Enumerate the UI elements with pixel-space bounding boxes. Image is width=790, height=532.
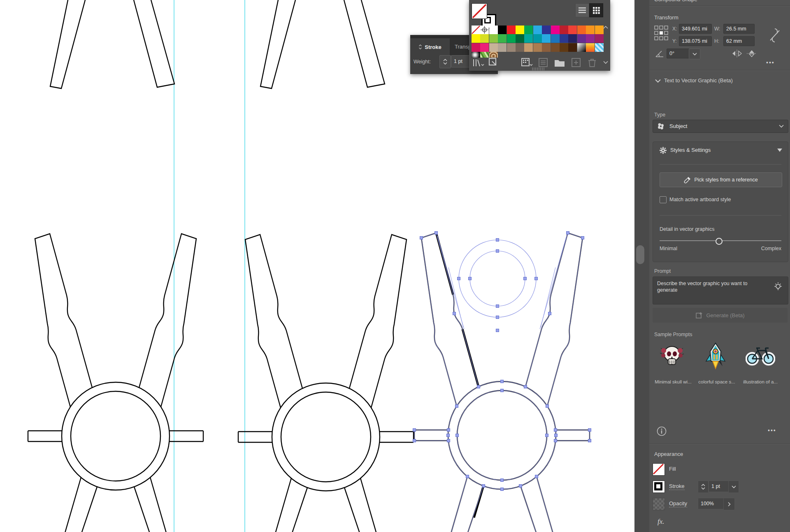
rotate-dropdown[interactable] [689,49,700,59]
anchor-point[interactable] [455,405,458,408]
color-swatch[interactable] [489,34,498,43]
color-swatch[interactable] [507,26,516,34]
anchor-point[interactable] [496,250,499,253]
color-swatch[interactable] [595,26,604,34]
swatch-kinds-icon[interactable] [521,58,533,67]
suggestion-bulb-icon[interactable] [773,281,783,292]
color-swatch[interactable] [516,26,524,34]
prompt-textarea[interactable]: Describe the vector graphic you want to … [653,276,788,304]
triangle-down-icon[interactable] [777,149,782,152]
anchor-point[interactable] [554,439,557,442]
anchor-point[interactable] [546,434,548,437]
color-swatch[interactable] [480,34,489,43]
selected-circle-inner[interactable] [470,251,525,306]
flip-vertical-icon[interactable] [746,49,757,58]
reference-point-icon[interactable] [654,26,668,40]
new-swatch-icon[interactable] [571,58,581,67]
panel-resize-grip[interactable] [532,67,548,70]
anchor-point[interactable] [554,429,557,432]
generate-button[interactable]: Generate (Beta) [653,308,788,323]
swatch-scroll-down-icon[interactable] [603,61,608,64]
anchor-point[interactable] [496,305,499,308]
transform-more-options[interactable]: ••• [766,59,775,66]
delete-swatch-icon[interactable] [588,58,597,67]
artboard-canvas[interactable] [0,0,634,532]
anchor-point[interactable] [469,277,472,280]
anchor-point[interactable] [413,429,416,432]
styles-settings-header[interactable]: Styles & Settings [670,147,711,153]
color-swatch[interactable] [480,52,489,58]
figure-leg-path[interactable] [344,0,385,87]
info-icon[interactable] [657,426,667,436]
vertical-scrollbar-thumb[interactable] [636,245,644,264]
opacity-value[interactable]: 100% [698,498,726,509]
color-swatch[interactable] [498,43,507,52]
color-swatch[interactable] [577,26,586,34]
anchor-point[interactable] [435,232,438,235]
h-input[interactable]: 62 mm [723,36,755,46]
anchor-point[interactable] [413,439,416,442]
fill-label[interactable]: Fill [669,466,676,472]
color-swatch[interactable] [472,34,480,43]
color-swatch[interactable] [586,43,595,52]
anchor-point[interactable] [588,429,591,432]
swatch-options-icon[interactable] [538,58,548,67]
anchor-point[interactable] [447,439,450,442]
figure-leg-path[interactable] [134,0,174,87]
anchor-point[interactable] [519,485,522,488]
color-swatch[interactable] [516,43,524,52]
anchor-point[interactable] [453,312,456,315]
color-swatch[interactable] [533,34,542,43]
color-swatch[interactable] [507,34,516,43]
color-swatch[interactable] [551,26,560,34]
color-swatch[interactable] [542,26,551,34]
flip-horizontal-icon[interactable] [732,49,742,58]
anchor-point[interactable] [548,312,551,315]
color-swatch[interactable] [595,34,604,43]
fx-button[interactable]: fx. [658,518,665,526]
swatch-none[interactable] [472,26,480,34]
y-input[interactable]: 138.075 mi [679,36,712,46]
color-swatch[interactable] [489,26,498,34]
anchor-point[interactable] [496,316,499,319]
anchor-point[interactable] [524,386,527,388]
color-swatch[interactable] [489,52,498,58]
color-swatch[interactable] [533,26,542,34]
color-swatch[interactable] [560,43,568,52]
figure-leg-path[interactable] [260,0,295,88]
pick-styles-button[interactable]: Pick styles from a reference [660,172,782,187]
color-swatch[interactable] [542,34,551,43]
anchor-point[interactable] [466,475,469,478]
tab-stroke[interactable]: Stroke [410,38,450,56]
color-swatch[interactable] [568,34,577,43]
anchor-point[interactable] [420,237,423,239]
sample-prompt-item[interactable]: illustration of a... [740,342,781,389]
color-swatch[interactable] [551,34,560,43]
opacity-expand-button[interactable] [723,498,735,510]
tab-transparency[interactable]: Transp [455,44,471,50]
type-select[interactable]: Subject [653,120,788,133]
color-swatch[interactable] [595,43,604,52]
anchor-point[interactable] [482,485,485,488]
compound-shape-figure[interactable] [238,235,414,532]
anchor-point[interactable] [535,475,538,478]
anchor-point[interactable] [524,277,527,280]
anchor-point[interactable] [501,380,504,383]
anchor-point[interactable] [496,329,499,332]
anchor-point[interactable] [458,277,460,280]
stroke-weight-stepper[interactable] [439,55,451,68]
color-swatch[interactable] [568,43,577,52]
anchor-point[interactable] [501,389,504,392]
w-input[interactable]: 26.5 mm [723,24,755,34]
anchor-point[interactable] [501,488,504,491]
appearance-stroke-stepper[interactable] [698,481,709,493]
color-swatch[interactable] [586,34,595,43]
anchor-point[interactable] [447,434,450,437]
match-artboard-checkbox[interactable] [660,196,667,203]
color-swatch[interactable] [472,52,480,58]
color-swatch[interactable] [586,26,595,34]
anchor-point[interactable] [456,434,459,437]
anchor-point[interactable] [581,237,584,239]
anchor-point[interactable] [535,277,538,280]
color-swatch[interactable] [560,34,568,43]
